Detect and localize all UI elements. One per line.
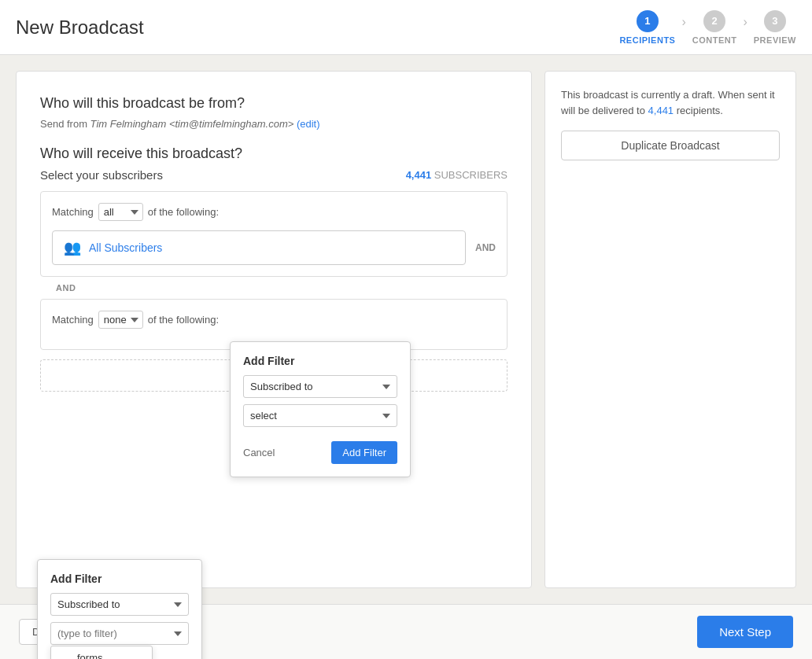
type-dropdown-menu: forms sequences tags: [50, 646, 153, 659]
matching-row-1: Matching all any none of the following:: [52, 203, 496, 221]
main-content: Who will this broadcast be from? Send fr…: [0, 55, 812, 604]
of-following-1: of the following:: [148, 206, 219, 218]
add-filter-popup-1: Add Filter Subscribed to Tagged with Par…: [230, 341, 411, 477]
draft-count[interactable]: 4,441: [648, 105, 674, 116]
filter-group-1: Matching all any none of the following: …: [40, 191, 507, 277]
step-arrow-2: ›: [743, 15, 747, 29]
matching-select-2[interactable]: none all any: [98, 311, 143, 329]
receive-heading: Who will receive this broadcast?: [40, 145, 507, 162]
step-recipients[interactable]: 1 RECIPIENTS: [619, 10, 675, 45]
dropdown-item-forms-label: forms: [77, 652, 103, 659]
and-connector-label: AND: [56, 283, 76, 293]
all-subscribers-label: All Subscribers: [89, 241, 162, 254]
popup1-filter-type[interactable]: Subscribed to Tagged with Part of sequen…: [243, 375, 397, 398]
left-panel: Who will this broadcast be from? Send fr…: [16, 71, 532, 588]
matching-label-1: Matching: [52, 206, 94, 218]
from-edit-link[interactable]: (edit): [297, 118, 320, 130]
step-label-3: PREVIEW: [754, 35, 796, 45]
step-arrow-1: ›: [681, 15, 685, 29]
all-subscribers-pill[interactable]: 👥 All Subscribers: [52, 230, 466, 265]
step-label-2: CONTENT: [692, 35, 737, 45]
subscriber-row: 👥 All Subscribers AND: [52, 230, 496, 265]
step-circle-3: 3: [764, 10, 786, 32]
step-circle-1: 1: [637, 10, 659, 32]
matching-row-2: Matching none all any of the following:: [52, 311, 496, 329]
popup1-add-filter-button[interactable]: Add Filter: [331, 441, 397, 464]
step-circle-2: 2: [703, 10, 725, 32]
popup2-type-input-container: forms sequences tags: [50, 622, 189, 651]
subscribers-header: Select your subscribers 4,441 SUBSCRIBER…: [40, 168, 507, 182]
popup2-heading: Add Filter: [50, 572, 189, 585]
dropdown-item-forms[interactable]: forms: [51, 646, 152, 659]
popup1-select-value[interactable]: select: [243, 404, 397, 427]
subscribers-icon: 👥: [64, 239, 81, 256]
step-content[interactable]: 2 CONTENT: [692, 10, 737, 45]
duplicate-broadcast-button[interactable]: Duplicate Broadcast: [561, 131, 780, 160]
from-line-prefix: Send from: [40, 118, 87, 130]
popup2-type-input[interactable]: [50, 622, 189, 645]
page-header: New Broadcast 1 RECIPIENTS › 2 CONTENT ›…: [0, 0, 812, 55]
from-heading: Who will this broadcast be from?: [40, 95, 507, 112]
and-label-inline: AND: [475, 242, 496, 253]
matching-select-1[interactable]: all any none: [98, 203, 143, 221]
draft-status-text: This broadcast is currently a draft. Whe…: [561, 87, 780, 118]
popup1-cancel-button[interactable]: Cancel: [243, 447, 275, 458]
step-preview[interactable]: 3 PREVIEW: [754, 10, 796, 45]
subscribers-unit: SUBSCRIBERS: [434, 169, 507, 181]
step-label-1: RECIPIENTS: [619, 35, 675, 45]
subscribers-number: 4,441: [406, 169, 432, 181]
subscribers-count: 4,441 SUBSCRIBERS: [406, 169, 507, 181]
matching-label-2: Matching: [52, 314, 94, 326]
popup2-filter-type[interactable]: Subscribed to Tagged with: [50, 593, 189, 616]
from-line: Send from Tim Felmingham <tim@timfelming…: [40, 118, 507, 130]
popup1-heading: Add Filter: [243, 355, 397, 367]
select-subscribers-label: Select your subscribers: [40, 168, 163, 182]
from-name: Tim Felmingham <tim@timfelmingham.com>: [90, 118, 294, 130]
steps-nav: 1 RECIPIENTS › 2 CONTENT › 3 PREVIEW: [619, 10, 796, 45]
draft-text-part2: recipients.: [674, 105, 723, 116]
popup1-actions: Cancel Add Filter: [243, 441, 397, 464]
next-step-button[interactable]: Next Step: [697, 616, 793, 648]
of-following-2: of the following:: [148, 314, 219, 326]
add-filter-popup-2: Add Filter Subscribed to Tagged with for…: [37, 559, 202, 659]
right-panel: This broadcast is currently a draft. Whe…: [544, 71, 796, 588]
page-title: New Broadcast: [16, 17, 144, 39]
and-connector: AND: [40, 283, 507, 293]
